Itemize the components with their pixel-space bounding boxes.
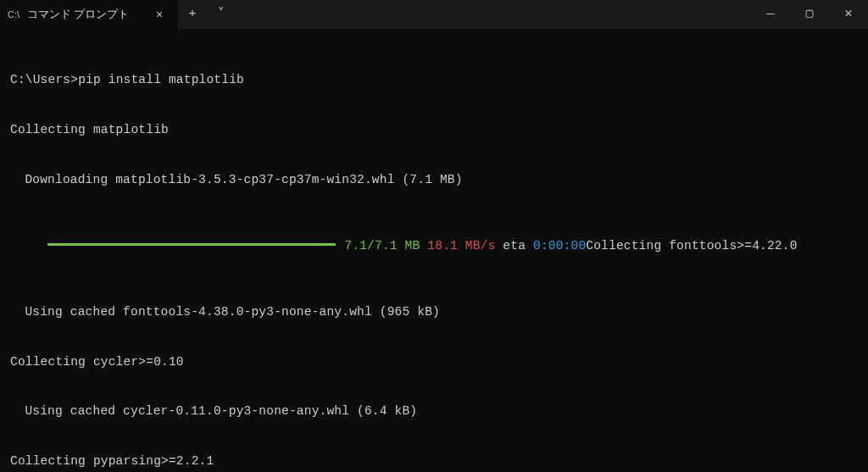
output-line: Collecting cycler>=0.10: [10, 354, 860, 371]
active-tab[interactable]: C:\ コマンド プロンプト ×: [0, 0, 178, 29]
titlebar: C:\ コマンド プロンプト × + ˅ — ▢ ✕: [0, 0, 868, 29]
output-line: Using cached cycler-0.11.0-py3-none-any.…: [10, 403, 860, 420]
progress-line: 7.1/7.1 MB 18.1 MB/s eta 0:00:00 Collect…: [10, 238, 860, 255]
command-text: pip install matplotlib: [78, 73, 244, 86]
window-controls: — ▢ ✕: [751, 0, 868, 29]
terminal-output[interactable]: C:\Users>pip install matplotlib Collecti…: [0, 29, 868, 472]
cmd-icon: C:\: [7, 8, 20, 21]
progress-size: 7.1/7.1 MB: [344, 238, 420, 255]
progress-speed: 18.1 MB/s: [427, 238, 495, 255]
progress-eta: 0:00:00: [533, 238, 586, 255]
progress-bar: [47, 243, 336, 246]
new-tab-button[interactable]: +: [178, 0, 207, 29]
maximize-button[interactable]: ▢: [790, 0, 829, 29]
output-line: Collecting pyparsing>=2.2.1: [10, 453, 860, 470]
progress-eta-label: eta: [503, 238, 526, 255]
output-line: Collecting fonttools>=4.22.0: [586, 238, 797, 255]
output-line: Using cached fonttools-4.38.0-py3-none-a…: [10, 304, 860, 321]
tab-dropdown-button[interactable]: ˅: [207, 0, 236, 29]
window-close-button[interactable]: ✕: [829, 0, 868, 29]
output-line: Downloading matplotlib-3.5.3-cp37-cp37m-…: [10, 172, 860, 189]
prompt-line: C:\Users>pip install matplotlib: [10, 72, 860, 89]
minimize-button[interactable]: —: [751, 0, 790, 29]
tab-close-button[interactable]: ×: [153, 8, 166, 21]
prompt: C:\Users>: [10, 73, 78, 86]
output-line: Collecting matplotlib: [10, 122, 860, 139]
tab-title: コマンド プロンプト: [27, 8, 129, 22]
